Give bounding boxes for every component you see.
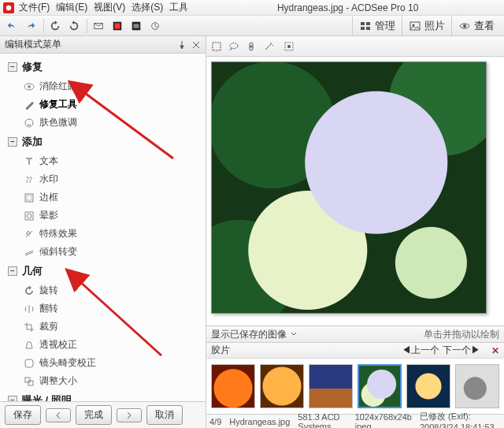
filmstrip-close-icon[interactable]: ✕ [491,345,499,356]
separator [43,19,44,33]
rotate-left-icon[interactable] [46,17,64,35]
collapse-icon[interactable]: − [8,137,17,147]
group-add-label: 添加 [22,135,43,149]
svg-point-26 [230,43,238,48]
tool-border-label: 边框 [39,191,58,204]
tool-vignette[interactable]: 晕影 [0,207,206,225]
main-image[interactable] [211,61,487,314]
thumb-5[interactable] [406,364,450,408]
svg-rect-21 [25,359,33,367]
filmstrip-prev[interactable]: ◀上一个 [402,344,439,357]
tool-perspective[interactable]: 透视校正 [0,336,206,354]
svg-rect-9 [361,27,365,30]
tool-redeye[interactable]: 消除红眼 [0,77,206,95]
undo-icon[interactable] [3,17,20,35]
preview-icon[interactable] [109,17,126,35]
canvas-area[interactable] [206,57,504,326]
saved-images-label[interactable]: 显示已保存的图像 [211,328,287,341]
window-title: Hydrangeas.jpg - ACDSee Pro 10 [195,2,501,13]
redo-icon[interactable] [22,17,39,35]
collapse-icon[interactable]: − [8,62,17,72]
group-repair[interactable]: −修复 [0,57,206,77]
rotate-right-icon[interactable] [65,17,83,35]
tool-text[interactable]: 文本 [0,152,206,170]
tool-repair[interactable]: 修复工具 [0,95,206,114]
menu-file[interactable]: 文件(F) [19,1,50,14]
done-button[interactable]: 完成 [76,405,112,425]
status-index: 4/9 [209,417,221,426]
canvas-hint: 单击并拖动以绘制 [424,328,499,341]
tool-resize-label: 调整大小 [39,374,77,388]
tool-fx-label: 特殊效果 [39,227,77,240]
tool-crop-label: 裁剪 [39,320,58,333]
tool-rotate-label: 旋转 [39,284,58,297]
chevron-down-icon[interactable] [290,330,298,338]
filmstrip-title: 胶片 [211,344,230,357]
mode-view[interactable]: 查看 [451,17,501,35]
thumb-1[interactable] [211,364,255,408]
tool-lens-label: 镜头畸变校正 [39,356,96,370]
group-geometry[interactable]: −几何 [0,261,206,281]
thumb-3[interactable] [309,364,353,408]
tool-crop[interactable]: 裁剪 [0,318,206,336]
main-toolbar: 管理 照片 查看 [0,16,504,36]
panel-body: −修复 消除红眼 修复工具 肤色微调 −添加 文本 水印 边框 晕影 特殊效果 … [0,54,206,401]
tool-flip-label: 翻转 [39,302,58,315]
titlebar: 文件(F) 编辑(E) 视图(V) 选择(S) 工具 Hydrangeas.jp… [0,0,504,16]
tool-fx[interactable]: 特殊效果 [0,225,206,243]
next-button[interactable] [117,408,142,422]
menu-tools[interactable]: 工具 [169,1,188,14]
app-icon [3,2,14,13]
mode-photos[interactable]: 照片 [402,17,451,35]
status-size: 581.3 ACD Systems [298,412,346,429]
tool-perspective-label: 透视校正 [39,338,77,352]
presets-icon[interactable] [90,17,107,35]
tool-border[interactable]: 边框 [0,188,206,207]
filmstrip-header: 胶片 ◀上一个 下一个▶ ✕ [206,343,504,359]
window-icon[interactable] [128,17,145,35]
svg-rect-7 [361,22,365,25]
filmstrip-nav: ◀上一个 下一个▶ ✕ [402,344,499,357]
heal-icon[interactable] [244,39,258,54]
group-add[interactable]: −添加 [0,132,206,152]
thumb-2[interactable] [260,364,304,408]
menu-edit[interactable]: 编辑(E) [56,1,87,14]
tool-flip[interactable]: 翻转 [0,300,206,318]
mode-photos-label: 照片 [424,19,445,33]
thumb-4[interactable] [358,364,402,408]
tool-vignette-label: 晕影 [39,209,58,222]
edit-sidebar: 编辑模式菜单 −修复 消除红眼 修复工具 肤色微调 −添加 文本 水印 边框 晕… [0,36,206,428]
panel-footer: 保存 完成 取消 [0,401,206,428]
group-exposure[interactable]: −曝光 / 照明 [0,390,206,401]
thumb-6[interactable] [455,364,499,408]
marquee-icon[interactable] [209,39,224,54]
tool-resize[interactable]: 调整大小 [0,372,206,390]
close-panel-icon[interactable] [191,40,201,50]
magicwand-icon[interactable] [261,39,276,54]
actions-icon[interactable] [146,17,164,35]
svg-rect-23 [28,381,33,385]
content-area: 显示已保存的图像 单击并拖动以绘制 胶片 ◀上一个 下一个▶ ✕ 4/9 Hyd… [206,36,504,428]
collapse-icon[interactable]: − [8,396,17,401]
tool-tilt-label: 倾斜转变 [39,245,77,259]
menu-view[interactable]: 视图(V) [94,1,125,14]
filmstrip-next-label: 下一个 [443,344,471,355]
pin-icon[interactable] [177,40,187,50]
mode-manage[interactable]: 管理 [352,17,402,35]
show-selection-icon[interactable] [282,39,296,54]
menu-select[interactable]: 选择(S) [132,1,163,14]
saved-images-bar: 显示已保存的图像 单击并拖动以绘制 [206,326,504,343]
tool-skin[interactable]: 肤色微调 [0,114,206,132]
tool-tilt[interactable]: 倾斜转变 [0,243,206,261]
prev-button[interactable] [46,408,71,422]
collapse-icon[interactable]: − [8,266,17,276]
filmstrip-next[interactable]: 下一个▶ [443,344,480,357]
cancel-button[interactable]: 取消 [146,405,183,425]
tool-watermark[interactable]: 水印 [0,170,206,188]
lasso-icon[interactable] [227,39,241,54]
tool-rotate[interactable]: 旋转 [0,281,206,300]
svg-rect-3 [115,23,120,28]
filmstrip-prev-label: 上一个 [411,344,439,355]
tool-lens[interactable]: 镜头畸变校正 [0,354,206,372]
save-button[interactable]: 保存 [5,405,41,425]
